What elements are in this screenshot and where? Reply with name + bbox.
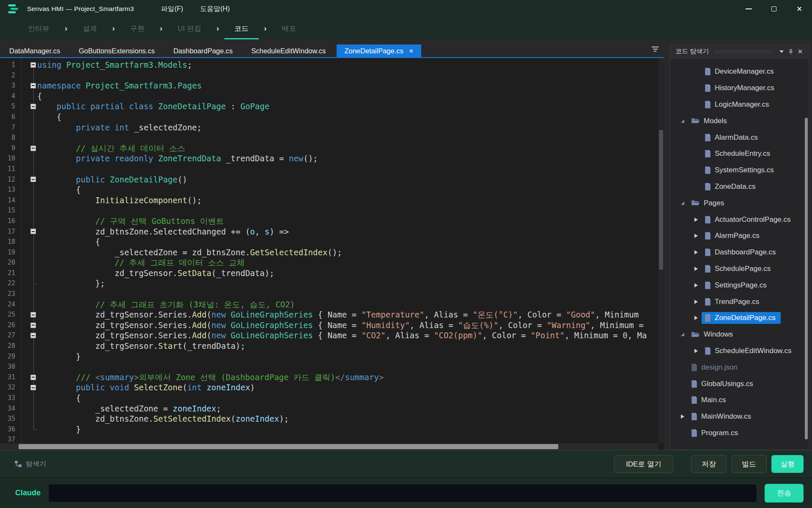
sidebar-scrollbar-thumb[interactable] bbox=[805, 118, 808, 439]
breadcrumb-step[interactable]: UI 편집 bbox=[173, 24, 206, 33]
code-line[interactable]: 3namespace Project_Smartfarm3.Pages bbox=[0, 80, 664, 91]
code-line[interactable]: 21 zd_trgSensor.SetData(_trendData); bbox=[0, 268, 664, 279]
code-line[interactable]: 10 private readonly ZoneTrendData _trend… bbox=[0, 153, 664, 164]
panel-drag-grip[interactable] bbox=[714, 50, 772, 53]
explorer-toggle[interactable]: 탐색기 bbox=[8, 460, 46, 469]
code-line[interactable]: 32 public void SelectZone(int zoneIndex) bbox=[0, 382, 664, 393]
code-line[interactable]: 14 InitializeComponent(); bbox=[0, 195, 664, 206]
expand-arrow-icon[interactable] bbox=[691, 234, 702, 238]
code-line[interactable]: 27 zd_trgSensor.Series.Add(new GoLineGra… bbox=[0, 330, 664, 341]
code-line[interactable]: 13 { bbox=[0, 185, 664, 195]
fold-marker-icon[interactable] bbox=[30, 62, 36, 68]
editor-tab[interactable]: DataManager.cs bbox=[2, 44, 68, 57]
tab-overflow-icon[interactable] bbox=[650, 45, 660, 53]
code-line[interactable]: 20 // 추세 그래프 데이터 소스 교체 bbox=[0, 257, 664, 268]
fold-marker-icon[interactable] bbox=[30, 229, 36, 234]
code-line[interactable]: 17 zd_btnsZone.SelectedChanged += (o, s)… bbox=[0, 226, 664, 237]
vertical-scrollbar-thumb[interactable] bbox=[659, 130, 663, 270]
code-line[interactable]: 31 /// <summary>외부에서 Zone 선택 (DashboardP… bbox=[0, 372, 664, 383]
code-line[interactable]: 1using Project_Smartfarm3.Models; bbox=[0, 60, 664, 70]
fold-marker-icon[interactable] bbox=[30, 83, 36, 88]
code-line[interactable]: 35 zd_btnsZone.SetSelectedIndex(zoneInde… bbox=[0, 414, 664, 424]
code-line[interactable]: 19 _selectedZone = zd_btnsZone.GetSelect… bbox=[0, 247, 664, 258]
tree-item[interactable]: AlarmPage.cs bbox=[670, 228, 809, 244]
code-line[interactable]: 2 bbox=[0, 70, 664, 81]
tree-item[interactable]: SystemSettings.cs bbox=[670, 162, 809, 179]
editor-tab[interactable]: GoButtonsExtensions.cs bbox=[71, 44, 162, 57]
folder-expand-icon[interactable] bbox=[677, 119, 688, 123]
build-button[interactable]: 빌드 bbox=[731, 455, 767, 473]
code-line[interactable]: 33 { bbox=[0, 393, 664, 403]
fold-marker-icon[interactable] bbox=[30, 323, 36, 328]
code-line[interactable]: 16 // 구역 선택 GoButtons 이벤트 bbox=[0, 216, 664, 226]
panel-dropdown-button[interactable] bbox=[777, 47, 786, 56]
vertical-scrollbar[interactable] bbox=[658, 58, 664, 443]
breadcrumb-step[interactable]: 배포 bbox=[277, 24, 300, 33]
close-button[interactable]: ✕ bbox=[787, 0, 812, 18]
fold-marker-icon[interactable] bbox=[30, 104, 36, 109]
expand-arrow-icon[interactable] bbox=[691, 316, 702, 320]
expand-arrow-icon[interactable] bbox=[691, 250, 702, 254]
tree-item[interactable]: LogicManager.cs bbox=[670, 97, 809, 113]
breadcrumb-step[interactable]: 인터뷰 bbox=[24, 24, 54, 33]
folder-expand-icon[interactable] bbox=[677, 333, 688, 336]
fold-marker-icon[interactable] bbox=[30, 385, 36, 390]
code-line[interactable]: 26 zd_trgSensor.Series.Add(new GoLineGra… bbox=[0, 320, 664, 331]
tree-item[interactable]: AlarmData.cs bbox=[670, 129, 809, 146]
tree-item[interactable]: ActuatorControlPage.cs bbox=[670, 211, 809, 228]
tree-item[interactable]: MainWindow.cs bbox=[670, 409, 809, 425]
fold-marker-icon[interactable] bbox=[30, 146, 36, 151]
code-line[interactable]: 15 bbox=[0, 205, 664, 216]
tree-item[interactable]: design.json bbox=[670, 359, 809, 375]
code-line[interactable]: 4{ bbox=[0, 91, 664, 102]
tree-item[interactable]: SchedulePage.cs bbox=[670, 261, 809, 277]
tree-item[interactable]: Program.cs bbox=[670, 425, 809, 442]
editor-tab[interactable]: ZoneDetailPage.cs✕ bbox=[337, 44, 421, 57]
tree-item[interactable]: DeviceManager.cs bbox=[670, 64, 809, 80]
tree-item[interactable]: TrendPage.cs bbox=[670, 293, 809, 310]
maximize-button[interactable] bbox=[761, 0, 787, 18]
code-line[interactable]: 28 zd_trgSensor.Start(_trendData); bbox=[0, 341, 664, 351]
tab-close-icon[interactable]: ✕ bbox=[409, 48, 414, 54]
horizontal-scrollbar[interactable] bbox=[0, 443, 658, 450]
expand-arrow-icon[interactable] bbox=[677, 414, 688, 419]
menu-item[interactable]: 도움말(H) bbox=[200, 5, 230, 14]
fold-marker-icon[interactable] bbox=[30, 177, 36, 182]
code-editor[interactable]: 1using Project_Smartfarm3.Models;23names… bbox=[0, 58, 664, 450]
horizontal-scrollbar-thumb[interactable] bbox=[19, 444, 558, 449]
code-line[interactable]: 25 zd_trgSensor.Series.Add(new GoLineGra… bbox=[0, 309, 664, 320]
tree-item[interactable]: ScheduleEditWindow.cs bbox=[670, 343, 809, 359]
code-line[interactable]: 18 { bbox=[0, 237, 664, 247]
code-line[interactable]: 23 bbox=[0, 289, 664, 299]
breadcrumb-step[interactable]: 코드 bbox=[230, 24, 253, 33]
editor-tab[interactable]: ScheduleEditWindow.cs bbox=[244, 44, 333, 57]
code-line[interactable]: 22 }; bbox=[0, 278, 664, 289]
save-button[interactable]: 저장 bbox=[691, 455, 727, 473]
send-button[interactable]: 전송 bbox=[765, 484, 804, 502]
tree-item[interactable]: Main.cs bbox=[670, 392, 809, 409]
tree-item[interactable]: Pages bbox=[670, 195, 809, 211]
code-line[interactable]: 5 public partial class ZoneDetailPage : … bbox=[0, 101, 664, 112]
breadcrumb-step[interactable]: 설계 bbox=[78, 24, 101, 33]
run-button[interactable]: 실행 bbox=[771, 455, 804, 473]
code-line[interactable]: 29 } bbox=[0, 351, 664, 362]
code-line[interactable]: 6 { bbox=[0, 112, 664, 122]
open-in-ide-button[interactable]: IDE로 열기 bbox=[614, 455, 673, 473]
expand-arrow-icon[interactable] bbox=[691, 349, 702, 353]
chat-input[interactable] bbox=[48, 484, 757, 502]
breadcrumb-step[interactable]: 구현 bbox=[126, 24, 149, 33]
folder-expand-icon[interactable] bbox=[677, 202, 688, 205]
code-line[interactable]: 12 public ZoneDetailPage() bbox=[0, 174, 664, 185]
tree-item[interactable]: Windows bbox=[670, 326, 809, 343]
tree-item[interactable]: ScheduleEntry.cs bbox=[670, 146, 809, 162]
menu-item[interactable]: 파일(F) bbox=[161, 5, 183, 14]
panel-close-button[interactable]: ✕ bbox=[796, 47, 805, 56]
tree-item[interactable]: Models bbox=[670, 113, 809, 129]
expand-arrow-icon[interactable] bbox=[691, 267, 702, 271]
expand-arrow-icon[interactable] bbox=[691, 300, 702, 304]
tree-item[interactable]: ZoneData.cs bbox=[670, 179, 809, 195]
tree-item[interactable]: GlobalUsings.cs bbox=[670, 375, 809, 392]
code-line[interactable]: 36 } bbox=[0, 424, 664, 435]
fold-marker-icon[interactable] bbox=[30, 375, 36, 380]
expand-arrow-icon[interactable] bbox=[691, 218, 702, 222]
